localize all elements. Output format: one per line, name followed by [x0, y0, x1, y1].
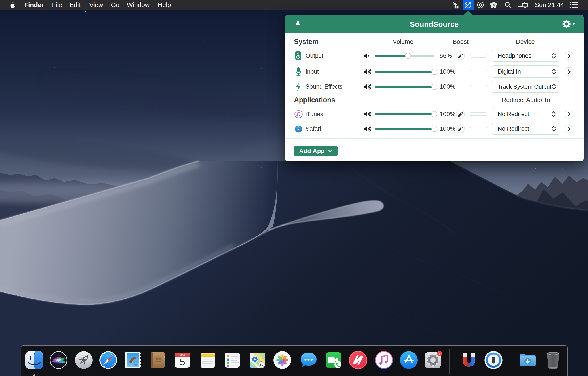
- svg-text:1: 1: [439, 352, 441, 355]
- svg-text:MAY: MAY: [179, 353, 186, 356]
- svg-text:3D: 3D: [260, 363, 263, 366]
- svg-text:a: a: [493, 3, 495, 7]
- svg-text:5: 5: [180, 356, 185, 367]
